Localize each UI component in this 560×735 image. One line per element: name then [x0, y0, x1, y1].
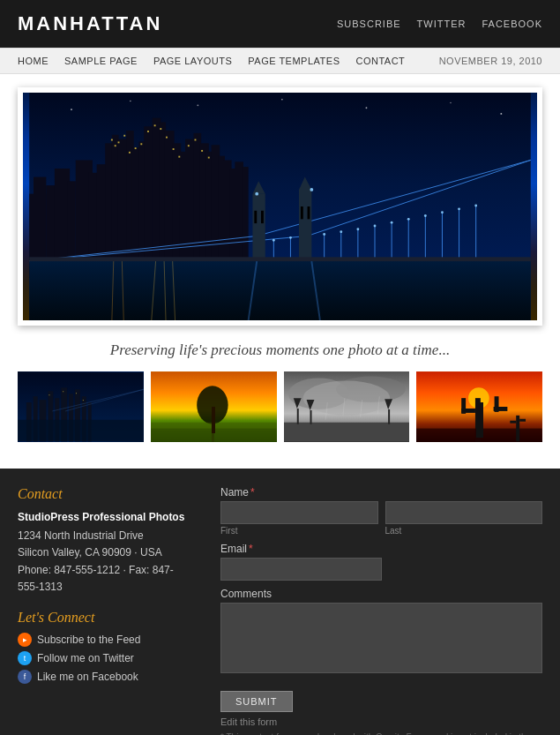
svg-rect-129: [284, 423, 410, 442]
connect-facebook-label: Like me on Facebook: [37, 671, 138, 683]
svg-point-128: [302, 380, 389, 415]
nav-page-templates[interactable]: PAGE TEMPLATES: [248, 56, 340, 66]
svg-rect-54: [208, 157, 210, 159]
svg-rect-148: [516, 416, 519, 442]
form-last-group: Last: [385, 501, 543, 536]
hero-image: [18, 87, 542, 326]
subscribe-link[interactable]: SUBSCRIBE: [337, 19, 401, 29]
nav-date: NOVEMBER 19, 2010: [439, 56, 542, 66]
svg-rect-49: [173, 148, 175, 150]
svg-point-122: [197, 386, 228, 424]
site-title: MANHATTAN: [18, 12, 162, 35]
twitter-link[interactable]: TWITTER: [417, 19, 467, 29]
form-email-row: Email*: [220, 543, 542, 581]
facebook-link[interactable]: FACEBOOK: [482, 19, 542, 29]
svg-point-80: [310, 188, 313, 191]
gallery-item-1[interactable]: [18, 371, 144, 442]
nav-home[interactable]: HOME: [18, 56, 49, 66]
edit-form-link[interactable]: Edit this form: [220, 716, 542, 727]
main-content: Preserving life's precious moments one p…: [0, 74, 560, 469]
svg-rect-77: [301, 206, 303, 219]
svg-rect-149: [511, 421, 517, 424]
svg-rect-52: [195, 139, 197, 141]
address-line2: Silicon Valley, CA 90909 · USA: [18, 546, 162, 559]
form-email-group: Email*: [220, 543, 542, 581]
nav-page-layouts[interactable]: PAGE LAYOUTS: [153, 56, 232, 66]
svg-point-84: [340, 230, 342, 233]
svg-rect-113: [49, 394, 49, 395]
form-name-group: Name* First Last: [220, 486, 542, 536]
photo-gallery: [18, 371, 542, 455]
contact-title: Contact: [18, 486, 194, 502]
contact-address: StudioPress Professional Photos 1234 Nor…: [18, 509, 194, 596]
svg-rect-142: [475, 398, 481, 441]
svg-point-6: [450, 102, 452, 104]
svg-point-141: [468, 387, 489, 409]
svg-rect-146: [495, 396, 499, 412]
connect-title: Let's Connect: [18, 610, 194, 626]
email-input[interactable]: [220, 558, 382, 581]
form-comments-row: Comments: [220, 588, 542, 677]
submit-button[interactable]: SUBMIT: [220, 691, 293, 712]
svg-point-79: [255, 192, 258, 196]
rss-icon: ▸: [18, 633, 32, 647]
svg-rect-50: [178, 156, 180, 158]
svg-point-91: [458, 207, 460, 210]
last-name-input[interactable]: [385, 501, 543, 524]
connect-rss-label: Subscribe to the Feed: [37, 634, 140, 646]
email-label: Email*: [220, 543, 542, 555]
svg-rect-94: [29, 261, 531, 320]
svg-rect-124: [151, 429, 277, 442]
svg-rect-17: [112, 135, 119, 278]
svg-rect-39: [115, 145, 116, 146]
svg-rect-48: [166, 137, 168, 139]
connect-facebook[interactable]: f Like me on Facebook: [18, 670, 194, 684]
svg-rect-42: [129, 152, 131, 154]
nav-contact[interactable]: CONTACT: [355, 56, 405, 66]
svg-point-92: [474, 205, 477, 207]
svg-point-81: [273, 239, 275, 242]
connect-rss[interactable]: ▸ Subscribe to the Feed: [18, 633, 194, 647]
svg-rect-46: [154, 124, 156, 126]
svg-rect-45: [147, 131, 149, 132]
connect-twitter-label: Follow me on Twitter: [37, 652, 134, 664]
contact-form: Name* First Last: [220, 486, 542, 735]
svg-point-87: [391, 221, 393, 224]
svg-point-5: [365, 107, 367, 109]
comments-textarea[interactable]: [220, 603, 542, 673]
last-label: Last: [385, 526, 543, 536]
svg-point-82: [289, 236, 292, 239]
connect-twitter[interactable]: t Follow me on Twitter: [18, 651, 194, 665]
form-name-row: Name* First Last: [220, 486, 542, 536]
svg-rect-43: [135, 147, 137, 149]
comments-label: Comments: [220, 588, 542, 600]
first-name-input[interactable]: [220, 501, 378, 524]
twitter-icon: t: [18, 651, 32, 665]
svg-rect-130: [296, 409, 298, 424]
svg-rect-117: [18, 420, 144, 442]
svg-point-86: [374, 225, 377, 228]
svg-rect-53: [201, 150, 203, 152]
footer-connect: Let's Connect ▸ Subscribe to the Feed t …: [18, 610, 194, 684]
svg-rect-134: [388, 409, 390, 424]
footer-contact: Contact StudioPress Professional Photos …: [18, 486, 194, 735]
form-first-group: First: [220, 501, 378, 536]
phone: Phone: 847-555-1212 · Fax: 847-555-1313: [18, 564, 174, 593]
svg-rect-51: [188, 145, 190, 146]
gallery-item-2[interactable]: [151, 371, 277, 442]
svg-rect-78: [308, 206, 310, 219]
svg-point-89: [424, 214, 427, 217]
first-label: First: [220, 526, 378, 536]
svg-rect-132: [310, 410, 311, 424]
tagline: Preserving life's precious moments one p…: [18, 326, 542, 371]
svg-rect-114: [63, 391, 63, 392]
gallery-item-3[interactable]: [284, 371, 410, 442]
gallery-item-4[interactable]: [416, 371, 542, 442]
svg-point-3: [197, 104, 198, 106]
svg-point-83: [323, 233, 325, 236]
svg-point-85: [356, 228, 359, 230]
svg-point-1: [71, 109, 72, 110]
primary-nav: HOME SAMPLE PAGE PAGE LAYOUTS PAGE TEMPL…: [0, 48, 560, 74]
nav-sample-page[interactable]: SAMPLE PAGE: [64, 56, 138, 66]
svg-point-90: [441, 211, 444, 214]
